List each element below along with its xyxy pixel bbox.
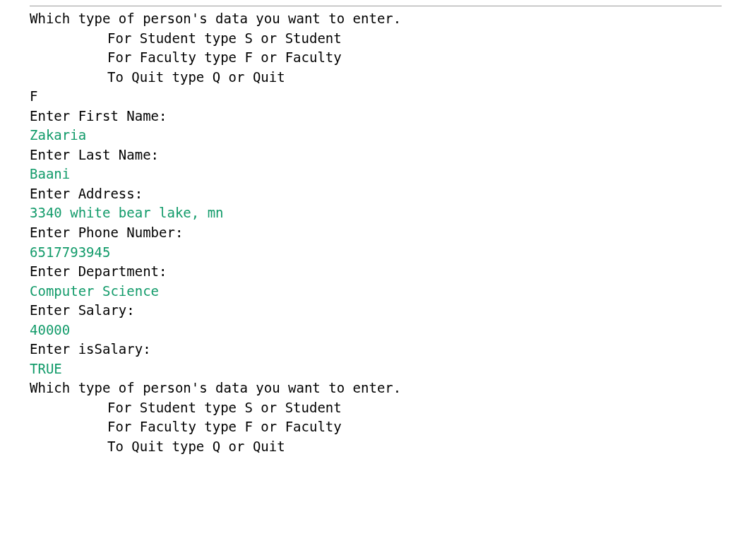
last-name-prompt: Enter Last Name: (30, 145, 752, 165)
terminal-output: Which type of person's data you want to … (0, 0, 752, 457)
first-name-input: Zakaria (30, 126, 752, 145)
salary-input: 40000 (30, 321, 752, 340)
phone-prompt: Enter Phone Number: (30, 223, 752, 243)
menu-option-quit-2: To Quit type Q or Quit (30, 437, 752, 457)
phone-input: 6517793945 (30, 243, 752, 263)
is-salary-prompt: Enter isSalary: (30, 340, 752, 359)
address-prompt: Enter Address: (30, 184, 752, 204)
is-salary-input: TRUE (30, 359, 752, 379)
department-input: Computer Science (30, 282, 752, 302)
first-name-prompt: Enter First Name: (30, 107, 752, 126)
menu-option-student-1: For Student type S or Student (30, 29, 752, 49)
menu-option-faculty-2: For Faculty type F or Faculty (30, 417, 752, 437)
prompt-header-2: Which type of person's data you want to … (30, 379, 752, 398)
last-name-input: Baani (30, 165, 752, 184)
address-input: 3340 white bear lake, mn (30, 203, 752, 223)
department-prompt: Enter Department: (30, 262, 752, 282)
menu-option-student-2: For Student type S or Student (30, 398, 752, 418)
menu-option-faculty-1: For Faculty type F or Faculty (30, 48, 752, 68)
menu-option-quit-1: To Quit type Q or Quit (30, 68, 752, 88)
horizontal-rule (30, 6, 722, 6)
prompt-header-1: Which type of person's data you want to … (30, 9, 752, 29)
user-choice: F (30, 87, 752, 107)
salary-prompt: Enter Salary: (30, 301, 752, 321)
